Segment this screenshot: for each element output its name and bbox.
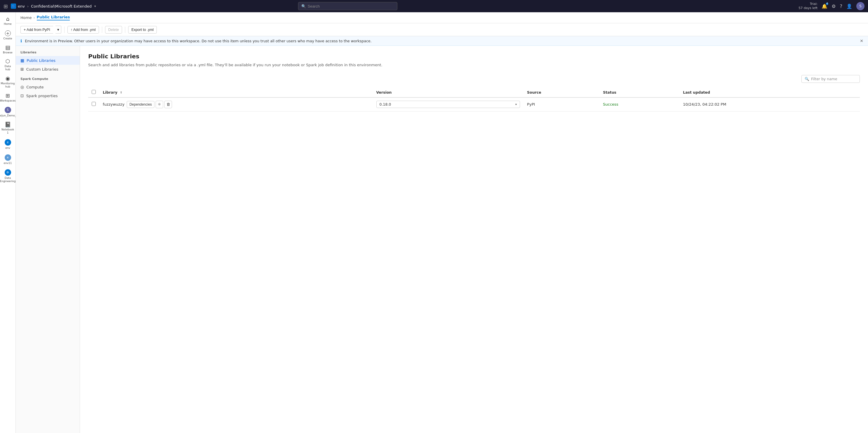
- source-column-header: Source: [524, 88, 599, 97]
- filter-input-box[interactable]: 🔍 Filter by name: [801, 75, 860, 83]
- env-selector[interactable]: 🔵 env › Confidential\Microsoft Extended …: [11, 3, 96, 9]
- nav-compute[interactable]: ◎ Compute: [16, 82, 80, 91]
- nav-custom-libraries[interactable]: ⊞ Custom Libraries: [16, 65, 80, 73]
- breadcrumb-bar: Home › Public Libraries: [16, 12, 868, 23]
- sidebar-item-env[interactable]: e env: [1, 137, 15, 152]
- sidebar-label-notebook1: Notebook 1: [1, 128, 14, 134]
- env-label: Confidential\Microsoft Extended: [31, 4, 92, 8]
- version-column-header: Version: [373, 88, 524, 97]
- sidebar-item-monitoring[interactable]: ◉ Monitoring hub: [1, 74, 15, 90]
- dependency-graph-icon: ⚛: [158, 102, 161, 106]
- row-checkbox[interactable]: [92, 102, 96, 106]
- datahub-icon: ⬡: [5, 59, 10, 64]
- nav-compute-label: Compute: [26, 85, 43, 89]
- sidebar-item-home[interactable]: ⌂ Home: [1, 14, 15, 27]
- notifications-button[interactable]: 🔔 4: [822, 3, 828, 9]
- nav-public-libraries-label: Public Libraries: [27, 58, 56, 63]
- library-column-header: Library ↑: [99, 88, 373, 97]
- libraries-table: Library ↑ Version Source Status Last upd…: [88, 88, 860, 111]
- env-icon: 🔵: [11, 3, 16, 9]
- export-yaml-button[interactable]: Export to .yml: [128, 26, 157, 34]
- dependency-graph-icon-button[interactable]: ⚛: [156, 101, 163, 108]
- version-cell: 0.18.0 ▾: [373, 97, 524, 111]
- chevron-down-icon: ▾: [94, 4, 96, 8]
- toolbar-separator-2: [102, 27, 102, 33]
- avatar[interactable]: S: [856, 2, 865, 10]
- search-input[interactable]: [308, 4, 394, 8]
- banner-message: Environment is in Preview. Other users i…: [25, 39, 371, 43]
- breadcrumb-current: Public Libraries: [37, 15, 70, 21]
- page-description: Search and add libraries from public rep…: [88, 62, 860, 68]
- filter-search-icon: 🔍: [805, 77, 809, 81]
- add-pypi-button[interactable]: + Add from PyPI: [21, 26, 53, 34]
- monitoring-icon: ◉: [5, 76, 10, 81]
- search-icon: 🔍: [301, 4, 306, 8]
- settings-button[interactable]: ⚙: [832, 3, 836, 9]
- export-label: Export to .yml: [131, 28, 154, 32]
- library-name: fuzzywuzzy: [103, 102, 124, 106]
- last-updated-cell: 10/24/23, 04:22:02 PM: [679, 97, 860, 111]
- trash-icon: 🗑: [166, 102, 170, 106]
- dependencies-label: Dependencies: [129, 102, 152, 106]
- table-header-row: Library ↑ Version Source Status Last upd…: [88, 88, 860, 97]
- notif-count: 4: [826, 3, 828, 5]
- workspaces-icon: ⊞: [5, 93, 10, 98]
- breadcrumb-home[interactable]: Home: [21, 15, 32, 20]
- sidebar-label-env11: env11: [3, 162, 12, 165]
- sidebar-label-monitoring: Monitoring hub: [1, 82, 14, 89]
- version-dropdown[interactable]: 0.18.0 ▾: [376, 101, 520, 108]
- sidebar-item-dataeng[interactable]: ⚙ Data Engineering: [1, 167, 15, 185]
- nav-spark-properties-label: Spark properties: [26, 94, 58, 98]
- add-pypi-dropdown-arrow[interactable]: ▾: [56, 26, 61, 34]
- help-button[interactable]: ?: [840, 3, 842, 9]
- sidebar-item-notebook1[interactable]: 📓 Notebook 1: [1, 120, 15, 136]
- sidebar-label-dataeng: Data Engineering: [0, 176, 16, 183]
- main-panel: Public Libraries Search and add librarie…: [80, 46, 868, 433]
- dependencies-button[interactable]: Dependencies: [127, 101, 154, 108]
- secondary-navigation: Libraries ▦ Public Libraries ⊞ Custom Li…: [16, 46, 80, 433]
- breadcrumb-separator: ›: [33, 15, 35, 20]
- page-title: Public Libraries: [88, 53, 860, 60]
- create-icon: +: [5, 30, 11, 36]
- row-actions: Dependencies ⚛ 🗑: [127, 101, 172, 108]
- search-box[interactable]: 🔍: [298, 2, 397, 10]
- delete-label: Delete: [108, 28, 119, 32]
- sidebar-item-browse[interactable]: ▤ Browse: [1, 43, 15, 56]
- row-checkbox-cell: [88, 97, 99, 111]
- filter-placeholder: Filter by name: [811, 77, 837, 81]
- sidebar-label-workspaces: Workspaces: [0, 99, 16, 102]
- content-area: Libraries ▦ Public Libraries ⊞ Custom Li…: [16, 46, 868, 433]
- top-navigation: ⊞ 🔵 env › Confidential\Microsoft Extende…: [0, 0, 868, 12]
- sidebar-label-datahub: Data hub: [2, 65, 14, 71]
- browse-icon: ▤: [5, 45, 10, 50]
- nav-public-libraries[interactable]: ▦ Public Libraries: [16, 56, 80, 65]
- trial-badge: Trial: 57 days left: [799, 2, 817, 10]
- status-column-header: Status: [599, 88, 679, 97]
- nav-spark-properties[interactable]: ⊡ Spark properties: [16, 91, 80, 100]
- sidebar-item-env11[interactable]: e env11: [1, 153, 15, 167]
- delete-button[interactable]: Delete: [105, 26, 122, 34]
- sidebar-item-create[interactable]: + Create: [1, 29, 15, 42]
- spark-compute-section-title: Spark Compute: [16, 73, 80, 82]
- left-sidebar: ⌂ Home + Create ▤ Browse ⬡ Data hub ◉ Mo…: [0, 12, 16, 433]
- grid-icon[interactable]: ⊞: [3, 3, 8, 9]
- info-icon: ℹ: [21, 38, 22, 43]
- spark-properties-icon: ⊡: [21, 93, 24, 98]
- share-button[interactable]: 👤: [846, 3, 852, 9]
- add-yaml-button[interactable]: ↑ Add from .yml: [67, 26, 99, 34]
- sidebar-item-datahub[interactable]: ⬡ Data hub: [1, 57, 15, 73]
- status-value: Success: [603, 102, 618, 106]
- delete-row-button[interactable]: 🗑: [164, 101, 172, 108]
- sidebar-item-shuaijun[interactable]: S Shuaijun_Demo_Env: [1, 105, 15, 119]
- library-sort-icon: ↑: [120, 91, 122, 94]
- dataeng-icon: ⚙: [5, 169, 11, 176]
- select-all-checkbox[interactable]: [92, 90, 96, 94]
- banner-close-button[interactable]: ✕: [860, 38, 863, 43]
- add-pypi-label: + Add from PyPI: [24, 28, 50, 32]
- home-icon: ⌂: [6, 16, 9, 22]
- table-row: fuzzywuzzy Dependencies ⚛: [88, 97, 860, 111]
- notebook-icon: 📓: [5, 122, 11, 127]
- sidebar-label-env: env: [5, 146, 10, 150]
- sidebar-item-workspaces[interactable]: ⊞ Workspaces: [1, 91, 15, 104]
- env-name: env: [18, 4, 25, 8]
